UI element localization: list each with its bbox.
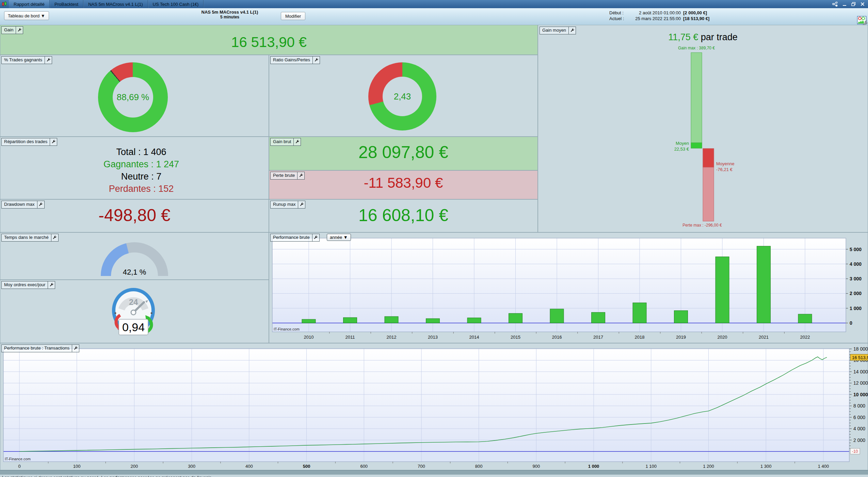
orders-per-day-value: 0,94	[122, 321, 145, 334]
repartition-row: Gagnantes : 1 247	[0, 158, 283, 170]
tab-label: NAS 5m MACross v4.1 L(1)	[88, 2, 143, 7]
svg-text:2 000: 2 000	[853, 437, 865, 443]
svg-text:2012: 2012	[387, 335, 397, 340]
runup-value: 16 608,10 €	[269, 205, 538, 225]
wrench-icon[interactable]	[312, 57, 320, 64]
win-rate-value: 88,69 %	[117, 92, 149, 103]
repartition-row: Total : 1 406	[0, 146, 283, 158]
window-tab-bar: Rapport détaillé ProBacktest NAS 5m MACr…	[0, 0, 868, 9]
svg-text:2018: 2018	[635, 335, 645, 340]
svg-text:6 000: 6 000	[853, 415, 865, 420]
svg-text:600: 600	[360, 464, 368, 469]
svg-text:1 200: 1 200	[703, 464, 714, 469]
ratio-value: 2,43	[394, 91, 411, 102]
wrench-icon[interactable]	[297, 172, 304, 179]
view-selector-dropdown[interactable]: Tableau de bord ▼	[4, 11, 49, 20]
svg-text:Moyenne: Moyenne	[716, 161, 734, 166]
svg-text:18 000: 18 000	[853, 346, 868, 352]
period-selector-dropdown[interactable]: année ▼	[327, 234, 351, 241]
wrench-icon[interactable]	[16, 27, 23, 34]
chip-label: Drawdown max	[2, 201, 37, 208]
wrench-icon[interactable]	[568, 27, 576, 34]
svg-text:IT-Finance.com: IT-Finance.com	[274, 327, 300, 331]
chip-runup: Runup max	[270, 201, 305, 209]
start-datetime: 2 août 2010 01:00:00	[627, 10, 681, 15]
svg-text:16 513,9: 16 513,9	[852, 355, 868, 360]
chip-perf-transactions: Performance brute : Transactions	[1, 344, 79, 352]
svg-text:1 000: 1 000	[850, 306, 862, 311]
chip-label: Moy ordres exec/jour	[2, 281, 48, 289]
chip-ratio: Ratio Gains/Pertes	[270, 56, 320, 64]
svg-text:3 000: 3 000	[850, 276, 862, 281]
strategy-name: NAS 5m MACross v4.1 L(1)	[184, 10, 276, 15]
status-band	[0, 470, 868, 475]
chip-perte-brute: Perte brute	[270, 172, 305, 180]
chip-orders-per-day: Moy ordres exec/jour	[1, 281, 55, 289]
equity-curve-chart[interactable]: 2 0004 0006 0008 00010 00012 00014 00016…	[0, 343, 868, 470]
wrench-icon[interactable]	[298, 201, 305, 208]
svg-text:2020: 2020	[718, 335, 727, 340]
chip-label: Perte brute	[271, 172, 297, 179]
svg-text:12 000: 12 000	[853, 380, 868, 386]
svg-text:4 000: 4 000	[850, 261, 862, 267]
svg-text:1 100: 1 100	[646, 464, 657, 469]
svg-text:1 000: 1 000	[588, 464, 599, 469]
svg-text:2022: 2022	[800, 335, 810, 340]
restore-button[interactable]	[851, 2, 856, 6]
tab-label: Rapport détaillé	[14, 2, 45, 7]
wrench-icon[interactable]	[45, 57, 52, 64]
wrench-icon[interactable]	[48, 281, 55, 289]
current-label: Actuel :	[609, 16, 627, 21]
svg-text:8 000: 8 000	[853, 403, 865, 409]
repartition-row: Neutre : 7	[0, 170, 283, 183]
tab-instrument[interactable]: US Tech 100 Cash (1€)	[148, 0, 204, 8]
ratio-donut-chart: 2,43	[368, 62, 436, 130]
svg-text:-10: -10	[852, 449, 858, 454]
orders-gauge-icon: 24 0,94	[110, 287, 158, 337]
chip-label: Gain	[2, 27, 16, 34]
chip-label: Ratio Gains/Pertes	[271, 57, 312, 64]
svg-text:0: 0	[18, 464, 20, 469]
svg-text:-76,21 €: -76,21 €	[716, 167, 733, 172]
svg-text:2021: 2021	[759, 335, 769, 340]
svg-text:Moyen: Moyen	[676, 141, 689, 146]
svg-text:2019: 2019	[676, 335, 686, 340]
wrench-icon[interactable]	[50, 138, 57, 145]
chip-label: % Trades gagnants	[2, 57, 45, 64]
tab-probacktest[interactable]: ProBacktest	[50, 0, 83, 8]
perte-brute-value: -11 583,90 €	[269, 175, 538, 191]
svg-text:1 300: 1 300	[760, 464, 772, 469]
svg-text:4 000: 4 000	[853, 426, 865, 431]
gain-value: 16 513,90 €	[0, 34, 538, 50]
view-selector-label: Tableau de bord	[8, 13, 39, 18]
chip-gain-brut: Gain brut	[270, 138, 301, 146]
svg-text:24: 24	[129, 297, 138, 307]
svg-text:400: 400	[245, 464, 253, 469]
tab-strategy[interactable]: NAS 5m MACross v4.1 L(1)	[83, 0, 148, 8]
minimize-button[interactable]	[842, 2, 847, 6]
strategy-timeframe: 5 minutes	[184, 15, 276, 19]
close-icon[interactable]	[861, 2, 865, 6]
candlestick-icon	[0, 0, 9, 8]
wrench-icon[interactable]	[312, 234, 319, 241]
wrench-icon[interactable]	[51, 234, 58, 241]
chip-win-rate: % Trades gagnants	[1, 56, 52, 64]
tab-rapport-detaille[interactable]: Rapport détaillé	[9, 0, 50, 8]
svg-text:200: 200	[131, 464, 138, 469]
wrench-icon[interactable]	[72, 345, 79, 352]
wrench-icon[interactable]	[293, 138, 301, 145]
chip-perf-annual: Performance brute	[270, 234, 320, 242]
share-icon[interactable]	[832, 2, 838, 6]
svg-text:10 000: 10 000	[853, 392, 868, 397]
svg-text:Perte max : -296,00 €: Perte max : -296,00 €	[682, 223, 722, 228]
annual-performance-chart[interactable]: 01 0002 0003 0004 0005 00020102011201220…	[269, 232, 868, 343]
start-label: Début :	[609, 10, 627, 15]
chip-label: Répartition des trades	[2, 138, 50, 145]
modify-button[interactable]: Modifier	[281, 12, 305, 20]
svg-text:Gain max : 389,70 €: Gain max : 389,70 €	[678, 46, 715, 50]
wrench-icon[interactable]	[37, 201, 44, 208]
backtest-range: Début : 2 août 2010 01:00:00 [2 000,00 €…	[609, 10, 709, 21]
svg-text:2017: 2017	[593, 335, 603, 340]
chip-market-time: Temps dans le marché	[1, 234, 59, 242]
period-selector-label: année	[330, 235, 342, 240]
